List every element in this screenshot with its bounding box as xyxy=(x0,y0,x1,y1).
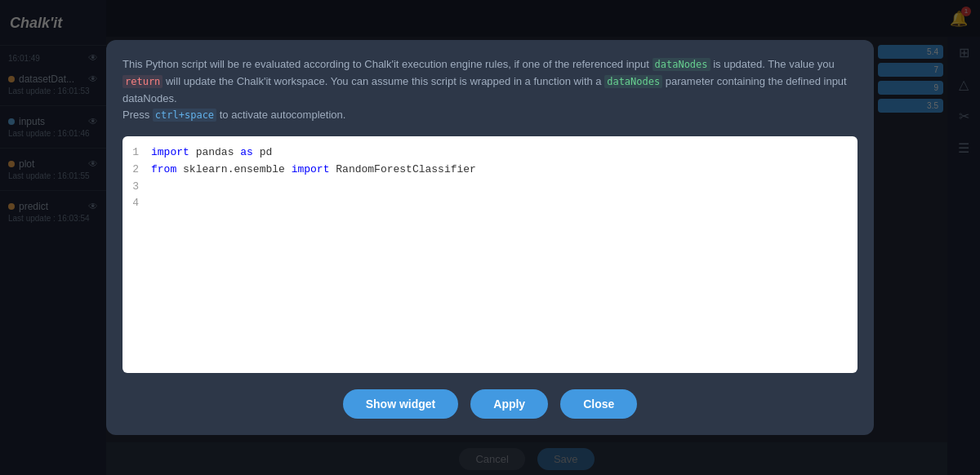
code-line-2: 2 from sklearn.ensemble import RandomFor… xyxy=(122,162,858,179)
line-number-2: 2 xyxy=(122,162,151,179)
close-button[interactable]: Close xyxy=(560,389,637,419)
datanodes-highlight-1: dataNodes xyxy=(653,58,710,71)
line-number-1: 1 xyxy=(122,144,151,162)
code-line-3: 3 xyxy=(122,179,858,196)
code-line-4: 4 xyxy=(122,195,858,212)
modal-description: This Python script will be re evaluated … xyxy=(122,56,858,124)
apply-button[interactable]: Apply xyxy=(470,389,548,419)
ctrl-space-highlight: ctrl+space xyxy=(153,109,216,122)
datanodes-highlight-2: dataNodes xyxy=(604,75,662,88)
line-content-1: import pandas as pd xyxy=(151,144,272,162)
return-highlight: return xyxy=(122,75,163,88)
line-number-4: 4 xyxy=(122,195,151,212)
code-line-1: 1 import pandas as pd xyxy=(122,144,858,162)
code-editor[interactable]: 1 import pandas as pd 2 from sklearn.ens… xyxy=(122,136,858,373)
modal-dialog: This Python script will be re evaluated … xyxy=(106,40,874,435)
line-number-3: 3 xyxy=(122,179,151,196)
modal-overlay: This Python script will be re evaluated … xyxy=(0,0,980,475)
line-content-2: from sklearn.ensemble import RandomFores… xyxy=(151,162,476,179)
modal-footer: Show widget Apply Close xyxy=(122,385,858,419)
show-widget-button[interactable]: Show widget xyxy=(343,389,459,419)
